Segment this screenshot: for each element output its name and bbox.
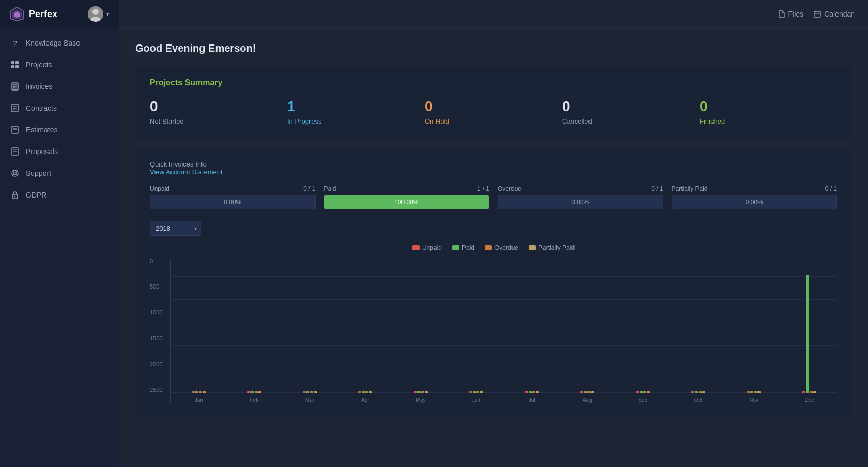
- stat-cancelled: 0 Cancelled: [562, 98, 700, 125]
- chart-x-label-nov: Nov: [726, 397, 781, 403]
- legend-dot-partially-paid: [529, 245, 536, 250]
- calendar-label: Calendar: [824, 10, 854, 18]
- invoices-info-title: Quick Invoices Info: [150, 160, 837, 168]
- projects-icon: [10, 60, 20, 69]
- stat-cancelled-label: Cancelled: [562, 117, 592, 125]
- chart-x-label-feb: Feb: [226, 397, 282, 403]
- chart-month-group-mar: [282, 259, 337, 393]
- invoice-bars: Unpaid 0 / 1 0.00% Paid 1 / 1: [150, 185, 837, 209]
- invoices-card: Quick Invoices Info View Account Stateme…: [135, 148, 851, 416]
- year-select-container: 2018 2019 2020 ▾: [150, 221, 202, 236]
- avatar-caret-icon: ▾: [106, 11, 110, 18]
- legend-unpaid: Unpaid: [412, 244, 442, 251]
- svg-point-26: [14, 172, 17, 175]
- bar-unpaid-fraction: 0 / 1: [303, 185, 315, 192]
- sidebar-item-label-contracts: Contracts: [26, 104, 57, 112]
- chart-y-1500: 1500: [150, 336, 165, 341]
- chart-plot: JanFebMarAprMayJunJulAugSepOctNovDec: [171, 259, 837, 403]
- projects-stats: 0 Not Started 1 In Progress 0 On Hold 0 …: [150, 98, 837, 125]
- sidebar-item-gdpr[interactable]: GDPR: [0, 184, 119, 206]
- chart-month-group-dec: [782, 259, 837, 393]
- chart-x-label-dec: Dec: [782, 397, 837, 403]
- sidebar-item-contracts[interactable]: Contracts: [0, 97, 119, 119]
- files-link[interactable]: Files: [778, 10, 804, 18]
- bar-unpaid-track: 0.00%: [150, 195, 316, 209]
- sidebar-item-projects[interactable]: Projects: [0, 54, 119, 76]
- calendar-link[interactable]: Calendar: [814, 10, 854, 18]
- legend-label-partially-paid: Partially Paid: [538, 244, 575, 251]
- calendar-icon: [814, 10, 821, 18]
- chart-month-group-jul: [504, 259, 560, 393]
- avatar[interactable]: [88, 6, 103, 22]
- view-statement-link[interactable]: View Account Statement: [150, 168, 837, 176]
- greeting: Good Evening Emerson!: [135, 42, 851, 54]
- chart-month-group-oct: [671, 259, 726, 393]
- sidebar: Perfex ▾ ? Knowledge Base: [0, 0, 119, 467]
- chart-x-label-sep: Sep: [615, 397, 670, 403]
- bar-overdue: Overdue 0 / 1 0.00%: [498, 185, 663, 209]
- sidebar-item-estimates[interactable]: Estimates: [0, 119, 119, 141]
- bar-paid-pct: 100.00%: [394, 199, 419, 206]
- chart-month-group-apr: [337, 259, 393, 393]
- chart-x-label-oct: Oct: [671, 397, 726, 403]
- estimates-icon: [10, 125, 20, 134]
- sidebar-item-label-estimates: Estimates: [26, 126, 57, 134]
- legend-dot-overdue: [485, 245, 492, 250]
- svg-rect-7: [16, 61, 19, 64]
- stat-cancelled-value: 0: [562, 98, 570, 115]
- projects-summary-card: Projects Summary 0 Not Started 1 In Prog…: [135, 66, 851, 138]
- bar-unpaid-pct: 0.00%: [150, 199, 315, 206]
- chart-y-2000: 2000: [150, 361, 165, 367]
- chart-y-0: 0: [150, 259, 165, 264]
- chart-x-label-may: May: [393, 397, 448, 403]
- bar-partially-paid-pct: 0.00%: [672, 199, 837, 206]
- bar-partially-paid-track: 0.00%: [672, 195, 838, 209]
- legend-partially-paid: Partially Paid: [529, 244, 575, 251]
- bar-unpaid-label: Unpaid: [150, 185, 169, 192]
- stat-not-started-value: 0: [150, 98, 158, 115]
- chart-x-label-apr: Apr: [337, 397, 393, 403]
- chart-month-group-feb: [226, 259, 282, 393]
- legend-dot-unpaid: [412, 245, 420, 250]
- svg-rect-9: [16, 65, 19, 68]
- chart-y-axis: 2500 2000 1500 1000 500 0: [150, 259, 171, 403]
- svg-rect-6: [11, 61, 14, 64]
- stat-on-hold-value: 0: [425, 98, 433, 115]
- proposals-icon: [10, 147, 20, 156]
- stat-on-hold: 0 On Hold: [425, 98, 562, 125]
- invoices-icon: [10, 82, 20, 91]
- svg-rect-33: [814, 11, 820, 17]
- chart-x-label-jun: Jun: [448, 397, 504, 403]
- gdpr-icon: [10, 190, 20, 200]
- stat-in-progress-value: 1: [287, 98, 296, 115]
- sidebar-item-support[interactable]: Support: [0, 162, 119, 184]
- user-avatar-wrap[interactable]: ▾: [88, 6, 110, 22]
- invoice-chart: 2500 2000 1500 1000 500 0: [150, 259, 837, 403]
- chart-y-500: 500: [150, 284, 165, 290]
- chart-month-group-aug: [560, 259, 615, 393]
- sidebar-item-proposals[interactable]: Proposals: [0, 141, 119, 162]
- stat-on-hold-label: On Hold: [425, 117, 450, 125]
- chart-bars-area: [171, 259, 837, 393]
- sidebar-item-label-invoices: Invoices: [26, 82, 52, 91]
- chart-x-label-mar: Mar: [282, 397, 337, 403]
- sidebar-item-label-gdpr: GDPR: [26, 191, 47, 199]
- sidebar-item-invoices[interactable]: Invoices: [0, 76, 119, 97]
- files-label: Files: [788, 10, 804, 18]
- svg-point-4: [92, 9, 99, 15]
- chart-y-2500: 2500: [150, 387, 165, 393]
- sidebar-item-label-projects: Projects: [26, 61, 52, 69]
- legend-dot-paid: [452, 245, 459, 250]
- bar-partially-paid: Partially Paid 0 / 1 0.00%: [672, 185, 838, 209]
- chart-month-group-nov: [726, 259, 781, 393]
- year-select[interactable]: 2018 2019 2020: [150, 221, 202, 236]
- files-icon: [778, 10, 785, 18]
- sidebar-item-knowledge-base[interactable]: ? Knowledge Base: [0, 32, 119, 54]
- chart-legend: Unpaid Paid Overdue Partially Paid: [150, 244, 837, 251]
- chart-x-label-aug: Aug: [560, 397, 615, 403]
- bar-overdue-label: Overdue: [498, 185, 521, 192]
- bar-partially-paid-label: Partially Paid: [672, 185, 708, 192]
- chart-x-label-jul: Jul: [504, 397, 560, 403]
- bar-overdue-pct: 0.00%: [498, 199, 663, 206]
- bar-overdue-track: 0.00%: [498, 195, 663, 209]
